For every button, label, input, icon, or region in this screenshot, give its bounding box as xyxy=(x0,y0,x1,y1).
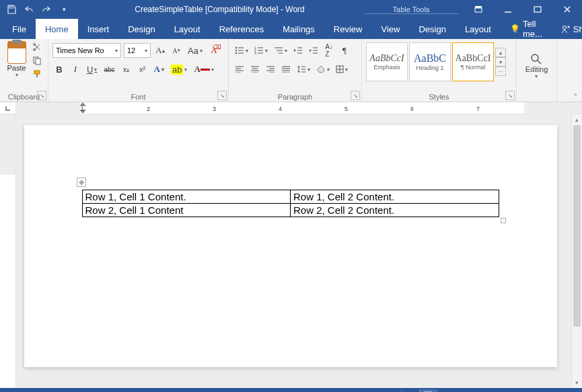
sort-button[interactable]: A↓Z xyxy=(322,43,336,58)
qat-customize-icon[interactable]: ▾ xyxy=(57,2,71,17)
paste-button[interactable]: Paste ▾ xyxy=(4,41,29,80)
share-button[interactable]: Share xyxy=(552,19,582,39)
bullets-button[interactable]: ▾ xyxy=(233,43,250,58)
style-name: Heading 1 xyxy=(416,65,443,71)
group-label-paragraph: Paragraph xyxy=(229,93,361,101)
horizontal-ruler[interactable]: 1 2 3 4 5 6 7 xyxy=(0,102,582,114)
copy-button[interactable] xyxy=(30,54,44,67)
document-scroll[interactable]: ✥ Row 1, Cell 1 Content. Row 1, Cell 2 C… xyxy=(16,114,571,388)
change-case-button[interactable]: Aa▾ xyxy=(186,43,205,58)
subscript-button[interactable]: x₂ xyxy=(120,62,133,77)
web-layout-icon[interactable] xyxy=(437,389,454,392)
font-color-button[interactable]: A▾ xyxy=(192,62,215,77)
table-row[interactable]: Row 2, Cell 1 Content Row 2, Cell 2 Cont… xyxy=(82,204,499,217)
shrink-font-button[interactable]: A▾ xyxy=(170,43,183,58)
table-cell[interactable]: Row 1, Cell 2 Content. xyxy=(291,190,499,204)
svg-rect-4 xyxy=(534,7,541,12)
grow-font-button[interactable]: A▴ xyxy=(153,43,167,58)
strikethrough-button[interactable]: abc xyxy=(102,62,116,77)
tab-design[interactable]: Design xyxy=(118,19,164,39)
tab-insert[interactable]: Insert xyxy=(78,19,119,39)
svg-rect-11 xyxy=(36,74,38,77)
scroll-down-icon[interactable]: ▾ xyxy=(572,377,582,388)
svg-point-14 xyxy=(235,50,237,51)
shading-button[interactable]: ▾ xyxy=(314,62,332,77)
document-area: ✥ Row 1, Cell 1 Content. Row 1, Cell 2 C… xyxy=(0,114,582,388)
clear-formatting-button[interactable]: A⌫ xyxy=(207,43,221,58)
vertical-ruler[interactable] xyxy=(0,114,16,388)
align-right-button[interactable] xyxy=(264,62,277,77)
undo-icon[interactable] xyxy=(22,2,36,17)
increase-indent-button[interactable] xyxy=(307,43,320,58)
tab-selector[interactable] xyxy=(0,102,16,114)
underline-button[interactable]: U▾ xyxy=(85,62,99,77)
numbering-button[interactable]: 123▾ xyxy=(252,43,270,58)
chevron-down-icon: ▾ xyxy=(115,48,118,54)
print-layout-icon[interactable] xyxy=(419,389,437,392)
window-title: CreateSimpleTable [Compatibility Mode] -… xyxy=(75,5,364,14)
style-normal[interactable]: AaBbCcI ¶ Normal xyxy=(452,42,494,81)
tab-layout[interactable]: Layout xyxy=(165,19,210,39)
style-heading1[interactable]: AaBbC Heading 1 xyxy=(409,42,451,81)
decrease-indent-button[interactable] xyxy=(291,43,305,58)
save-icon[interactable] xyxy=(4,2,19,17)
tab-table-design[interactable]: Design xyxy=(409,19,455,39)
minimize-icon[interactable] xyxy=(493,0,523,19)
multilevel-list-button[interactable]: ▾ xyxy=(272,43,289,58)
tab-review[interactable]: Review xyxy=(324,19,372,39)
vertical-scrollbar[interactable]: ▴ ▾ xyxy=(571,114,582,388)
cut-button[interactable] xyxy=(30,41,44,53)
table-move-handle-icon[interactable]: ✥ xyxy=(77,178,86,187)
scroll-thumb[interactable] xyxy=(573,125,581,327)
styles-launcher-icon[interactable]: ↘ xyxy=(505,91,515,100)
superscript-button[interactable]: x² xyxy=(136,62,149,77)
font-size-combo[interactable]: 12▾ xyxy=(124,43,151,58)
ruler-top-margin xyxy=(0,114,15,175)
scroll-track[interactable] xyxy=(572,125,582,377)
table-cell[interactable]: Row 1, Cell 1 Content. xyxy=(82,190,291,204)
scroll-up-icon[interactable]: ▴ xyxy=(572,114,582,125)
maximize-icon[interactable] xyxy=(523,0,552,19)
redo-icon[interactable] xyxy=(39,2,54,17)
status-bar: Page 1 of 1 20 words English (United Sta… xyxy=(0,388,582,392)
chevron-down-icon: ▾ xyxy=(535,73,538,79)
line-spacing-button[interactable]: ▾ xyxy=(295,62,312,77)
font-name-combo[interactable]: Times New Ro▾ xyxy=(52,43,121,58)
justify-button[interactable] xyxy=(279,62,293,77)
style-emphasis[interactable]: AaBbCcI Emphasis xyxy=(366,42,408,81)
collapse-ribbon-icon[interactable]: ˄ xyxy=(571,91,580,101)
font-launcher-icon[interactable]: ↘ xyxy=(217,91,227,100)
highlight-button[interactable]: ab▾ xyxy=(169,62,189,77)
borders-button[interactable]: ▾ xyxy=(334,62,350,77)
tell-me-search[interactable]: Tell me... xyxy=(501,19,552,39)
paragraph-launcher-icon[interactable]: ↘ xyxy=(351,91,360,100)
show-marks-button[interactable]: ¶ xyxy=(338,43,351,58)
table-cell[interactable]: Row 2, Cell 1 Content xyxy=(82,204,291,217)
ribbon: Paste ▾ Clipboard ↘ Times New Ro▾ 12▾ A▴… xyxy=(0,39,582,102)
table-row[interactable]: Row 1, Cell 1 Content. Row 1, Cell 2 Con… xyxy=(82,190,499,204)
page[interactable]: ✥ Row 1, Cell 1 Content. Row 1, Cell 2 C… xyxy=(24,125,557,367)
editing-dropdown[interactable]: Editing ▾ xyxy=(525,53,548,79)
tab-home[interactable]: Home xyxy=(36,19,78,39)
align-left-button[interactable] xyxy=(233,62,246,77)
ribbon-display-icon[interactable] xyxy=(464,0,493,19)
styles-gallery-more[interactable]: ▴ ▾ ⋯ xyxy=(495,48,506,76)
align-center-button[interactable] xyxy=(248,62,262,77)
tab-references[interactable]: References xyxy=(210,19,273,39)
format-painter-button[interactable] xyxy=(30,68,44,80)
close-icon[interactable] xyxy=(552,0,582,19)
italic-button[interactable]: I xyxy=(69,62,82,77)
tab-view[interactable]: View xyxy=(371,19,409,39)
text-effects-button[interactable]: A▾ xyxy=(152,62,166,77)
style-preview: AaBbCcI xyxy=(369,53,404,64)
clipboard-launcher-icon[interactable]: ↘ xyxy=(37,91,46,100)
tab-table-layout[interactable]: Layout xyxy=(456,19,501,39)
read-mode-icon[interactable] xyxy=(402,389,419,392)
svg-point-16 xyxy=(235,52,237,54)
table-cell[interactable]: Row 2, Cell 2 Content. xyxy=(291,204,499,217)
tab-mailings[interactable]: Mailings xyxy=(273,19,324,39)
document-table[interactable]: Row 1, Cell 1 Content. Row 1, Cell 2 Con… xyxy=(82,190,499,217)
tab-file[interactable]: File xyxy=(3,19,36,39)
bold-button[interactable]: B xyxy=(52,62,66,77)
table-resize-handle-icon[interactable] xyxy=(501,218,506,223)
